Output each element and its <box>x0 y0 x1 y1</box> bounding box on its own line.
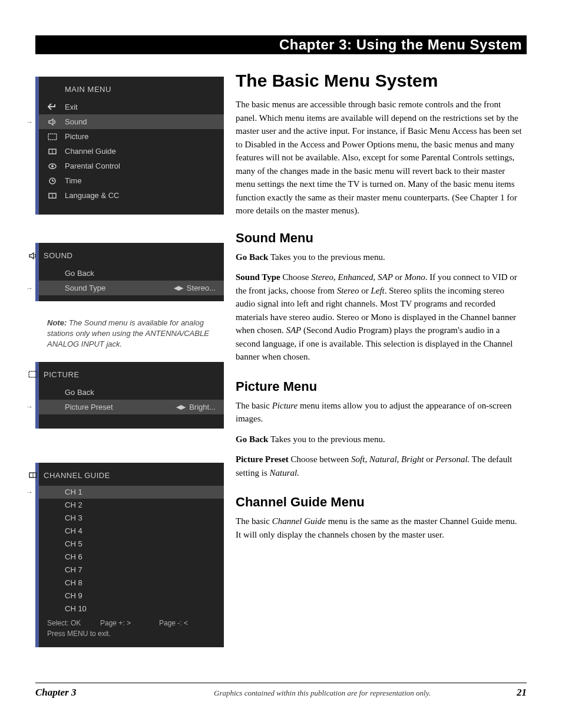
note-prefix: Note: <box>47 318 67 327</box>
channel-label: CH 9 <box>46 591 224 600</box>
guide-icon <box>46 147 59 156</box>
channel-label: CH 8 <box>46 578 224 587</box>
menu-item-exit[interactable]: Exit <box>39 100 224 114</box>
sound-panel: SOUND Go Back Sound Type ◀▶ Stereo... <box>35 243 224 301</box>
menu-item-parental[interactable]: Parental Control <box>39 159 224 173</box>
svg-point-4 <box>51 165 54 167</box>
row-label: Picture Preset <box>46 403 176 411</box>
channel-label: CH 1 <box>46 487 224 496</box>
picture-goback-def: Go Back Takes you to the previous menu. <box>236 433 524 446</box>
menu-item-channel-guide[interactable]: Channel Guide <box>39 144 224 159</box>
channel-label: CH 7 <box>46 565 224 574</box>
menu-item-label: Picture <box>59 132 224 141</box>
channel-row[interactable]: CH 6 <box>39 551 224 564</box>
row-label: Go Back <box>46 269 224 278</box>
picture-preset-row[interactable]: Picture Preset ◀▶ Bright... <box>39 400 224 414</box>
menu-item-time[interactable]: Time <box>39 173 224 188</box>
picture-intro: The basic Picture menu items allow you t… <box>236 399 524 426</box>
channel-guide-heading: Channel Guide Menu <box>236 495 524 510</box>
channel-guide-body: The basic Channel Guide menu is the same… <box>236 515 524 541</box>
main-menu-title: MAIN MENU <box>39 77 224 100</box>
picture-panel-title: PICTURE <box>39 362 224 385</box>
picture-icon <box>28 370 38 378</box>
channel-row[interactable]: CH 8 <box>39 577 224 589</box>
menu-item-label: Channel Guide <box>59 147 224 156</box>
hint-page-up: Page +: > <box>100 619 159 627</box>
sound-panel-title: SOUND <box>39 243 224 266</box>
channel-row[interactable]: CH 4 <box>39 525 224 538</box>
eye-icon <box>46 162 59 170</box>
channel-label: CH 4 <box>46 526 224 535</box>
channel-row[interactable]: CH 2 <box>39 499 224 512</box>
footer-disclaimer: Graphics contained within this publicati… <box>153 689 491 698</box>
picture-panel: PICTURE Go Back Picture Preset ◀▶ Bright… <box>35 362 224 429</box>
channel-label: CH 3 <box>46 513 224 522</box>
channel-hints: Select: OK Page +: > Page -: < <box>39 615 224 627</box>
picture-preset-def: Picture Preset Choose between Soft, Natu… <box>236 453 524 479</box>
sound-go-back[interactable]: Go Back <box>39 266 224 281</box>
channel-label: CH 6 <box>46 552 224 561</box>
page-footer: Chapter 3 Graphics contained within this… <box>35 683 527 699</box>
menu-item-label: Sound <box>59 117 224 126</box>
menu-item-language[interactable]: Language & CC <box>39 188 224 203</box>
channel-label: CH 5 <box>46 539 224 548</box>
article-column: The Basic Menu System The basic menus ar… <box>236 71 524 548</box>
channel-guide-panel: CHANNEL GUIDE CH 1 CH 2 CH 3 CH 4 CH 5 C… <box>35 463 224 647</box>
row-value: Bright... <box>189 403 224 411</box>
svg-rect-8 <box>29 371 37 377</box>
main-menu-panel: MAIN MENU Exit Sound Picture Channel Gui… <box>35 77 224 215</box>
guide-icon <box>28 471 38 479</box>
menu-item-label: Parental Control <box>59 162 224 170</box>
sound-type-row[interactable]: Sound Type ◀▶ Stereo... <box>39 281 224 295</box>
menu-item-picture[interactable]: Picture <box>39 129 224 144</box>
channel-label: CH 10 <box>46 604 224 613</box>
article-intro: The basic menus are accessible through b… <box>236 98 524 218</box>
left-column: MAIN MENU Exit Sound Picture Channel Gui… <box>35 77 224 658</box>
sound-icon <box>28 252 38 260</box>
left-right-arrows-icon: ◀▶ <box>174 284 187 292</box>
footer-page-number: 21 <box>491 687 527 699</box>
sound-menu-heading: Sound Menu <box>236 230 524 246</box>
menu-item-label: Language & CC <box>59 191 224 200</box>
clock-icon <box>46 177 59 185</box>
picture-menu-heading: Picture Menu <box>236 379 524 394</box>
menu-item-sound[interactable]: Sound <box>39 114 224 129</box>
channel-hint-exit: Press MENU to exit. <box>39 627 224 641</box>
channel-row[interactable]: CH 3 <box>39 512 224 525</box>
channel-row[interactable]: CH 9 <box>39 589 224 602</box>
hint-page-down: Page -: < <box>159 619 188 627</box>
channel-row[interactable]: CH 5 <box>39 538 224 551</box>
channel-row[interactable]: CH 7 <box>39 564 224 577</box>
row-value: Stereo... <box>187 284 224 292</box>
article-title: The Basic Menu System <box>236 71 524 91</box>
guide-icon <box>46 192 59 200</box>
chapter-header: Chapter 3: Using the Menu System <box>35 35 527 54</box>
left-right-arrows-icon: ◀▶ <box>176 403 189 411</box>
back-arrow-icon <box>46 103 59 111</box>
hint-select: Select: OK <box>47 619 100 627</box>
channel-guide-title: CHANNEL GUIDE <box>39 463 224 486</box>
row-label: Sound Type <box>46 284 174 292</box>
svg-rect-0 <box>48 134 57 140</box>
footer-chapter: Chapter 3 <box>35 687 153 699</box>
channel-label: CH 2 <box>46 500 224 509</box>
channel-row[interactable]: CH 10 <box>39 602 224 615</box>
row-label: Go Back <box>46 388 224 397</box>
note-body: The Sound menu is available for analog s… <box>47 318 209 348</box>
menu-item-label: Time <box>59 176 224 185</box>
picture-go-back[interactable]: Go Back <box>39 385 224 400</box>
sound-note: Note: The Sound menu is available for an… <box>35 312 224 362</box>
sound-icon <box>46 118 59 126</box>
picture-icon <box>46 133 59 141</box>
sound-type-def: Sound Type Choose Stereo, Enhanced, SAP … <box>236 271 524 364</box>
menu-item-label: Exit <box>59 103 224 111</box>
channel-row[interactable]: CH 1 <box>39 486 224 499</box>
sound-goback-def: Go Back Takes you to the previous menu. <box>236 251 524 264</box>
